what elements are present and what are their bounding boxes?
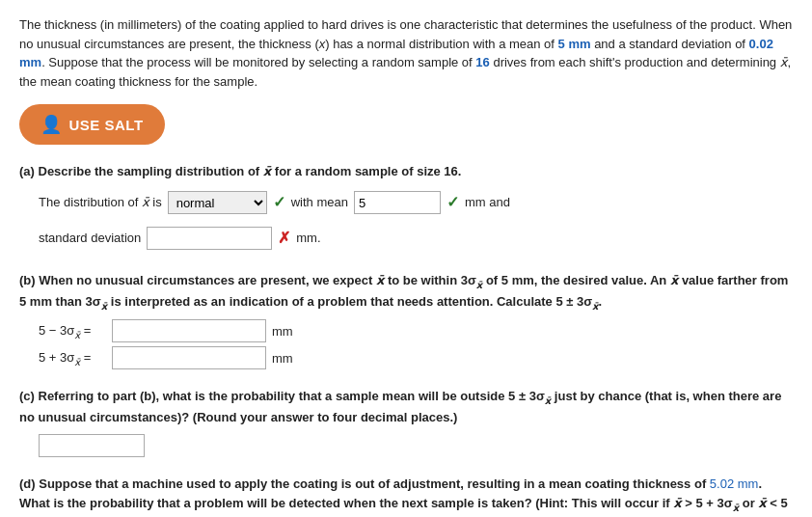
part-b-row2: 5 + 3σx̄ = mm <box>39 346 793 369</box>
upper-bound-input[interactable] <box>112 346 266 369</box>
part-b-row1: 5 − 3σx̄ = mm <box>39 319 793 342</box>
part-a-section: (a) Describe the sampling distribution o… <box>19 162 793 254</box>
part-d-label: (d) Suppose that a machine used to apply… <box>19 475 793 517</box>
distribution-prefix: The distribution of x̄ is <box>39 190 162 215</box>
part-c-input[interactable] <box>39 434 145 457</box>
part-b-label: (b) When no unusual circumstances are pr… <box>19 271 793 313</box>
std-dev-label: standard deviation <box>39 226 141 251</box>
part-a-row2: standard deviation ✗ mm. <box>39 223 793 254</box>
part-c-section: (c) Referring to part (b), what is the p… <box>19 387 793 456</box>
distribution-select[interactable]: normal skewed left skewed right uniform <box>168 191 267 214</box>
mean-input[interactable] <box>354 191 441 214</box>
mean-check: ✓ <box>447 187 459 218</box>
row2-mm: mm <box>272 351 293 366</box>
part-a-row1: The distribution of x̄ is normal skewed … <box>39 187 793 218</box>
lower-bound-input[interactable] <box>112 319 266 342</box>
use-salt-button[interactable]: 👤 USE SALT <box>19 104 165 145</box>
mm-and-label: mm and <box>465 190 510 215</box>
part-b-content: 5 − 3σx̄ = mm 5 + 3σx̄ = mm <box>39 319 793 369</box>
salt-button-label: USE SALT <box>69 117 144 133</box>
part-b-section: (b) When no unusual circumstances are pr… <box>19 271 793 369</box>
part-c-label: (c) Referring to part (b), what is the p… <box>19 387 793 427</box>
person-icon: 👤 <box>41 114 63 135</box>
part-d-section: (d) Suppose that a machine used to apply… <box>19 475 793 517</box>
row1-label: 5 − 3σx̄ = <box>39 323 106 340</box>
intro-paragraph: The thickness (in millimeters) of the co… <box>19 15 793 91</box>
with-mean-label: with mean <box>291 190 348 215</box>
std-dev-cross: ✗ <box>278 223 290 254</box>
mm-label: mm. <box>296 226 320 251</box>
row2-label: 5 + 3σx̄ = <box>39 350 106 367</box>
part-a-content: The distribution of x̄ is normal skewed … <box>39 187 793 254</box>
sd-highlight: 0.02 mm <box>19 37 773 70</box>
row1-mm: mm <box>272 324 293 339</box>
mean-d-highlight: 5.02 mm <box>710 476 759 491</box>
part-a-label: (a) Describe the sampling distribution o… <box>19 162 793 181</box>
n-highlight: 16 <box>475 55 489 69</box>
part-c-content <box>39 434 793 457</box>
std-dev-input[interactable] <box>147 227 272 250</box>
mean-highlight: 5 mm <box>558 37 591 51</box>
distribution-check: ✓ <box>273 187 285 218</box>
